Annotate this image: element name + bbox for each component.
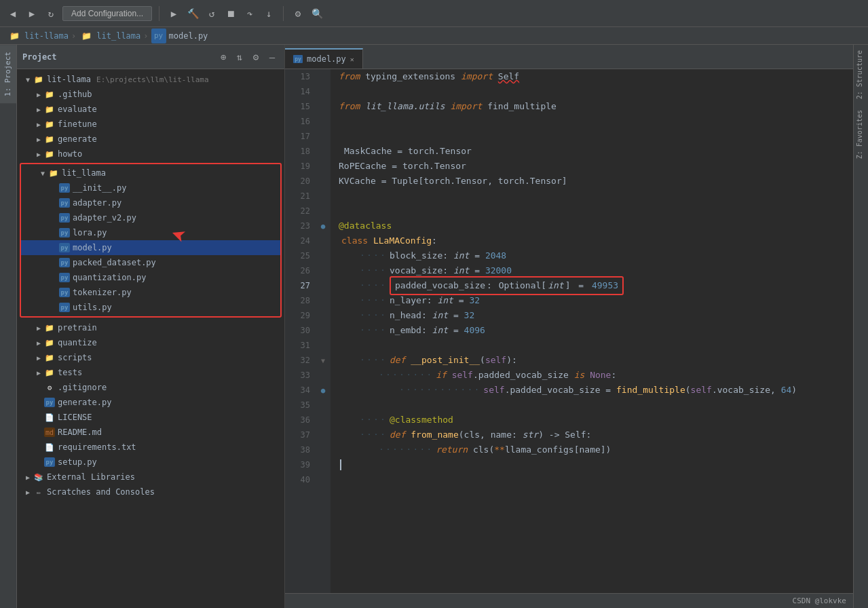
scripts-folder-icon: 📁 (44, 352, 55, 363)
tree-item-scratches[interactable]: ▶ ✏ Scratches and Consoles (17, 484, 284, 499)
gutter-16 (316, 114, 331, 129)
tree-arrow-quantize: ▶ (33, 339, 44, 347)
gutter-19 (316, 159, 331, 174)
code-content[interactable]: from typing_extensions import Self from … (331, 69, 853, 593)
add-icon[interactable]: ⊕ (216, 50, 230, 64)
search-icon[interactable]: 🔍 (309, 6, 324, 21)
add-configuration-button[interactable]: Add Configuration... (62, 6, 152, 21)
kw-if-33: if (436, 368, 447, 383)
tree-item-packed-dataset[interactable]: py packed_dataset.py (21, 255, 280, 270)
tab-model-py[interactable]: py model.py ✕ (285, 48, 363, 69)
project-tab[interactable]: 1: Project (0, 45, 16, 103)
dots-32: · · · · (360, 353, 384, 368)
tree-item-evaluate[interactable]: ▶ 📁 evaluate (17, 102, 284, 117)
step-over-icon[interactable]: ↷ (242, 6, 257, 21)
code-line-21 (336, 189, 848, 204)
dots-37: · · · · (360, 428, 384, 442)
tokenizer-py-icon: py (59, 288, 70, 297)
tree-item-readme[interactable]: md README.md (17, 425, 284, 440)
line-num-35: 35 (290, 398, 310, 413)
tree-label-scripts: scripts (58, 353, 92, 362)
gutter-31 (316, 338, 331, 353)
line-num-16: 16 (290, 114, 310, 129)
tree-item-tests[interactable]: ▶ 📁 tests (17, 365, 284, 380)
collapse-icon[interactable]: ⇅ (233, 50, 246, 64)
run-icon[interactable]: ▶ (166, 6, 181, 21)
nav-back-icon[interactable]: ◀ (5, 6, 20, 21)
kw-import-15: import (450, 99, 482, 114)
tree-label-evaluate: evaluate (58, 104, 97, 114)
tree-item-requirements[interactable]: 📄 requirements.txt (17, 440, 284, 455)
tree-item-utils[interactable]: py utils.py (21, 300, 280, 315)
gutter-21 (316, 189, 331, 204)
structure-tab[interactable]: 2: Structure (854, 45, 868, 104)
tree-item-gitignore[interactable]: ⚙ .gitignore (17, 380, 284, 395)
reload-icon[interactable]: ↻ (43, 6, 58, 21)
tree-root[interactable]: ▼ 📁 lit-llama E:\projects\llm\lit-llama (17, 72, 284, 87)
gutter-18 (316, 144, 331, 159)
step-into-icon[interactable]: ↓ (261, 6, 276, 21)
tree-arrow-tests: ▶ (33, 369, 44, 377)
tab-close-model-py[interactable]: ✕ (350, 56, 354, 63)
tab-label-model-py: model.py (307, 54, 346, 64)
tree-arrow-finetune: ▶ (33, 121, 44, 128)
line-num-25: 25 (290, 248, 310, 263)
highlighted-folder-box: ▼ 📁 lit_llama py __init__.py py adapter.… (20, 163, 282, 318)
line-num-38: 38 (290, 442, 310, 457)
tree-item-setup[interactable]: py setup.py (17, 455, 284, 470)
breadcrumb-lit-llama[interactable]: lit_llama (96, 31, 140, 41)
tests-folder-icon: 📁 (44, 367, 55, 378)
kw-is-33: is (574, 368, 585, 383)
favorites-tab[interactable]: Z: Favorites (854, 104, 868, 164)
torch-19: torch.Tensor (402, 159, 466, 174)
tree-item-generate-folder[interactable]: ▶ 📁 generate (17, 132, 284, 147)
tree-item-pretrain[interactable]: ▶ 📁 pretrain (17, 320, 284, 335)
tree-label-adapter-v2: adapter_v2.py (73, 213, 136, 223)
gear-icon[interactable]: ⚙ (249, 50, 263, 64)
rerun-icon[interactable]: ↺ (204, 6, 219, 21)
scratches-icon: ✏ (33, 487, 44, 497)
kw-from-15: from (339, 99, 360, 114)
gutter-dataclass-icon: ● (321, 222, 326, 231)
tree-item-quantization[interactable]: py quantization.py (21, 270, 280, 285)
tree-item-adapter-v2[interactable]: py adapter_v2.py (21, 210, 280, 225)
gutter-20 (316, 174, 331, 189)
tree-item-adapter[interactable]: py adapter.py (21, 195, 280, 210)
tree-item-license[interactable]: 📄 LICENSE (17, 410, 284, 425)
line-num-26: 26 (290, 263, 310, 278)
pretrain-folder-icon: 📁 (44, 322, 55, 333)
tree-arrow-root: ▼ (22, 76, 33, 83)
editor-status-bar: CSDN @lokvke (285, 593, 853, 608)
tree-item-github[interactable]: ▶ 📁 .github (17, 87, 284, 102)
breadcrumb: 📁 lit-llama › 📁 lit_llama › py model.py (0, 27, 868, 45)
tree-item-tokenizer[interactable]: py tokenizer.py (21, 285, 280, 300)
code-line-35 (336, 398, 848, 413)
tree-item-lora[interactable]: py lora.py (21, 225, 280, 240)
tree-item-scripts[interactable]: ▶ 📁 scripts (17, 350, 284, 365)
tree-item-howto[interactable]: ▶ 📁 howto (17, 147, 284, 162)
breadcrumb-file[interactable]: model.py (169, 31, 208, 41)
kw-def-37: def (390, 428, 405, 442)
tree-item-model[interactable]: py model.py (21, 240, 280, 255)
tree-label-gitignore: .gitignore (58, 383, 107, 392)
tree-item-external-libs[interactable]: ▶ 📚 External Libraries (17, 470, 284, 484)
breadcrumb-root[interactable]: lit-llama (24, 31, 69, 41)
license-icon: 📄 (44, 412, 55, 423)
close-panel-icon[interactable]: — (265, 50, 279, 64)
nav-forward-icon[interactable]: ▶ (24, 6, 39, 21)
parens-close-32: ): (506, 353, 517, 368)
build-icon[interactable]: 🔨 (185, 6, 200, 21)
tree-label-generate-py: generate.py (58, 398, 111, 407)
tree-item-lit-llama-folder[interactable]: ▼ 📁 lit_llama (21, 166, 280, 180)
tree-item-finetune[interactable]: ▶ 📁 finetune (17, 117, 284, 132)
tree-item-init[interactable]: py __init__.py (21, 180, 280, 195)
settings-icon[interactable]: ⚙ (290, 6, 305, 21)
tree-item-generate-py[interactable]: py generate.py (17, 395, 284, 410)
code-line-18: MaskCache = torch.Tensor (336, 144, 848, 159)
code-line-28: · · · · n_layer: int = 32 (336, 293, 848, 308)
gutter-fold-32[interactable]: ▼ (321, 357, 325, 364)
dots-30: · · · · (360, 323, 384, 338)
stop-icon[interactable]: ⏹ (223, 6, 238, 21)
finetune-folder-icon: 📁 (44, 119, 55, 130)
tree-item-quantize[interactable]: ▶ 📁 quantize (17, 335, 284, 350)
